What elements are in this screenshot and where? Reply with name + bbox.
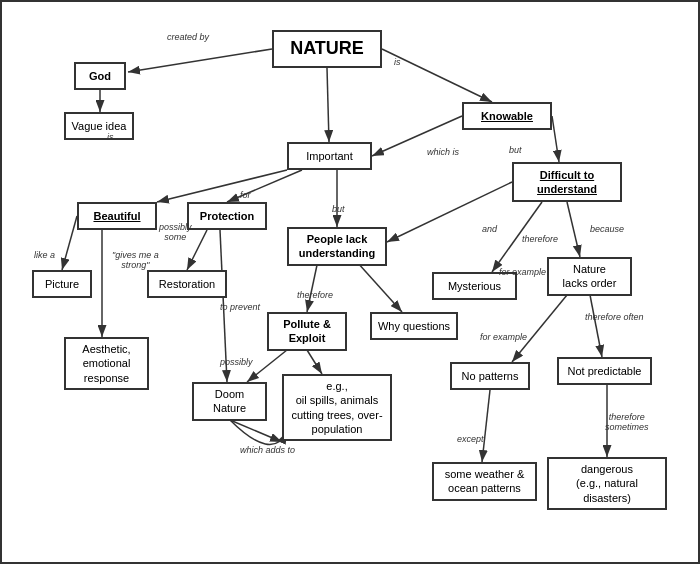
edge-label-12: "gives me a strong" — [112, 250, 159, 270]
node-doom: Doom Nature — [192, 382, 267, 421]
svg-line-8 — [227, 170, 302, 202]
edge-label-1: is — [394, 57, 401, 67]
node-dangerous: dangerous (e.g., natural disasters) — [547, 457, 667, 510]
edge-label-18: therefore often — [585, 312, 644, 322]
edge-label-14: to prevent — [220, 302, 260, 312]
concept-map: NATUREGodVague ideaKnowableImportantDiff… — [0, 0, 700, 564]
edge-label-21: therefore sometimes — [605, 412, 649, 432]
edge-label-6: but — [332, 204, 345, 214]
svg-line-18 — [357, 262, 402, 312]
node-pollute: Pollute & Exploit — [267, 312, 347, 351]
node-nature_lacks: Nature lacks order — [547, 257, 632, 296]
edge-label-15: therefore — [297, 290, 333, 300]
edge-label-16: possibly — [220, 357, 253, 367]
node-eg_spills: e.g., oil spills, animals cutting trees,… — [282, 374, 392, 441]
edge-label-5: for — [240, 190, 251, 200]
edge-label-11: like a — [34, 250, 55, 260]
node-no_patterns: No patterns — [450, 362, 530, 390]
svg-line-4 — [327, 68, 329, 142]
node-vague: Vague idea — [64, 112, 134, 140]
svg-line-1 — [128, 49, 272, 72]
edge-label-13: possibly some — [159, 222, 192, 242]
node-nature: NATURE — [272, 30, 382, 68]
svg-line-12 — [567, 202, 580, 257]
node-not_predictable: Not predictable — [557, 357, 652, 385]
svg-line-7 — [157, 170, 287, 202]
edge-label-7: and — [482, 224, 497, 234]
edge-label-0: created by — [167, 32, 209, 42]
node-protection: Protection — [187, 202, 267, 230]
node-important: Important — [287, 142, 372, 170]
svg-line-17 — [307, 265, 317, 312]
node-why_questions: Why questions — [370, 312, 458, 340]
node-picture: Picture — [32, 270, 92, 298]
svg-line-22 — [512, 295, 567, 362]
edge-label-2: is — [107, 132, 114, 142]
svg-line-20 — [307, 350, 322, 374]
node-beautiful: Beautiful — [77, 202, 157, 230]
edge-label-3: which is — [427, 147, 459, 157]
node-difficult: Difficult to understand — [512, 162, 622, 202]
node-people_lack: People lack understanding — [287, 227, 387, 266]
svg-line-19 — [247, 350, 287, 382]
node-some_weather: some weather & ocean patterns — [432, 462, 537, 501]
node-aesthetic: Aesthetic, emotional response — [64, 337, 149, 390]
node-god: God — [74, 62, 126, 90]
svg-line-6 — [552, 116, 559, 162]
edge-label-4: but — [509, 145, 522, 155]
node-restoration: Restoration — [147, 270, 227, 298]
edge-label-19: which adds to — [240, 445, 295, 455]
svg-line-24 — [482, 390, 490, 462]
svg-line-13 — [62, 216, 77, 270]
edge-label-8: for example — [499, 267, 546, 277]
edge-label-17: for example — [480, 332, 527, 342]
edge-label-9: therefore — [522, 234, 558, 244]
node-knowable: Knowable — [462, 102, 552, 130]
svg-line-23 — [590, 295, 602, 357]
edge-label-10: because — [590, 224, 624, 234]
svg-line-21 — [230, 420, 282, 442]
edge-label-20: except — [457, 434, 484, 444]
